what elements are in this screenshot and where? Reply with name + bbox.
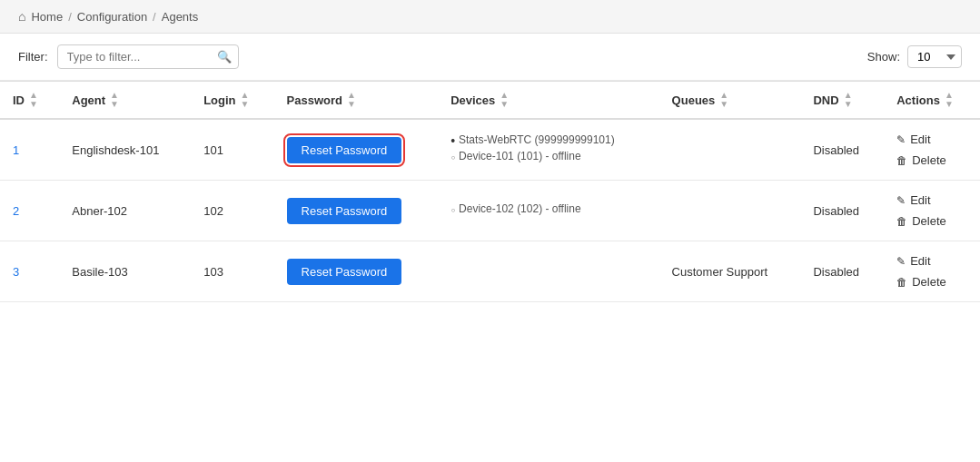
delete-icon: 🗑 [896,215,907,228]
table-row: 3Basile-103103Reset PasswordCustomer Sup… [0,241,980,302]
table-header-row: ID ▲▼ Agent ▲▼ Login ▲▼ [0,82,980,120]
device-list: Device-102 (102) - offline [450,202,646,217]
edit-button[interactable]: ✎Edit [896,192,967,209]
col-queues: Queues ▲▼ [659,82,801,120]
delete-icon: 🗑 [896,276,907,289]
agent-actions: ✎Edit🗑Delete [884,119,980,181]
filter-input[interactable] [57,44,239,69]
toolbar: Filter: 🔍 Show: 10 25 50 100 [0,34,980,81]
agents-table: ID ▲▼ Agent ▲▼ Login ▲▼ [0,81,980,302]
show-label: Show: [867,50,900,64]
table-wrap: ID ▲▼ Agent ▲▼ Login ▲▼ [0,81,980,302]
agent-login: 102 [191,181,273,241]
delete-button[interactable]: 🗑Delete [896,273,967,290]
col-actions: Actions ▲▼ [884,82,980,120]
agent-dnd: Disabled [800,181,884,241]
col-password: Password ▲▼ [274,82,439,120]
sort-dnd-icon[interactable]: ▲▼ [844,91,853,109]
breadcrumb-home-link[interactable]: Home [31,10,63,24]
table-row: 1Englishdesk-101101Reset PasswordStats-W… [0,119,980,181]
device-bullet-icon [450,202,455,217]
edit-button[interactable]: ✎Edit [896,252,967,270]
col-login: Login ▲▼ [191,82,273,120]
agent-queues [659,119,801,181]
agent-queues [659,181,801,241]
col-devices: Devices ▲▼ [438,82,658,120]
edit-icon: ✎ [896,255,906,268]
col-id: ID ▲▼ [0,82,59,120]
reset-password-button[interactable]: Reset Password [287,137,402,163]
edit-icon: ✎ [896,194,906,207]
delete-icon: 🗑 [896,154,907,167]
sort-queues-icon[interactable]: ▲▼ [719,91,728,109]
col-dnd: DND ▲▼ [800,82,884,120]
breadcrumb: ⌂ Home / Configuration / Agents [0,0,980,34]
reset-password-button[interactable]: Reset Password [287,259,402,285]
device-bullet-icon [450,150,455,164]
delete-button[interactable]: 🗑Delete [896,152,967,169]
agent-id-link[interactable]: 1 [13,143,19,157]
agent-actions: ✎Edit🗑Delete [884,241,980,302]
search-icon: 🔍 [217,50,232,64]
agent-dnd: Disabled [800,241,884,302]
agent-devices: Device-102 (102) - offline [438,181,658,241]
sort-login-icon[interactable]: ▲▼ [241,91,250,109]
breadcrumb-config-link[interactable]: Configuration [77,10,147,24]
sort-agent-icon[interactable]: ▲▼ [110,91,119,109]
show-select[interactable]: 10 25 50 100 [907,45,962,68]
sort-id-icon[interactable]: ▲▼ [29,91,38,109]
sort-password-icon[interactable]: ▲▼ [347,91,356,109]
agent-actions: ✎Edit🗑Delete [884,181,980,241]
breadcrumb-current: Agents [162,10,198,24]
filter-input-wrap: 🔍 [57,44,239,69]
agent-name: Abner-102 [59,181,191,241]
edit-icon: ✎ [896,133,906,146]
agent-login: 103 [191,241,273,302]
agent-id-link[interactable]: 3 [13,265,19,279]
edit-button[interactable]: ✎Edit [896,131,967,148]
agent-devices [438,241,658,302]
home-icon: ⌂ [18,9,25,24]
table-row: 2Abner-102102Reset PasswordDevice-102 (1… [0,181,980,241]
filter-area: Filter: 🔍 [18,44,239,69]
device-name: Device-101 (101) - offline [459,150,581,162]
reset-password-button[interactable]: Reset Password [287,198,402,224]
device-bullet-icon [450,133,455,148]
agent-dnd: Disabled [800,119,884,181]
delete-button[interactable]: 🗑Delete [896,212,967,230]
device-list: Stats-WebRTC (999999999101)Device-101 (1… [450,133,646,164]
device-name: Stats-WebRTC (999999999101) [459,133,615,146]
agent-devices: Stats-WebRTC (999999999101)Device-101 (1… [438,119,658,181]
show-area: Show: 10 25 50 100 [867,45,962,68]
sort-devices-icon[interactable]: ▲▼ [500,91,509,109]
device-name: Device-102 (102) - offline [459,202,581,215]
agent-name: Basile-103 [59,241,191,302]
agent-queues: Customer Support [659,241,801,302]
col-agent: Agent ▲▼ [59,82,191,120]
agent-name: Englishdesk-101 [59,119,191,181]
agent-login: 101 [191,119,273,181]
agent-id-link[interactable]: 2 [13,204,19,218]
filter-label: Filter: [18,50,48,64]
sort-actions-icon[interactable]: ▲▼ [945,91,954,109]
